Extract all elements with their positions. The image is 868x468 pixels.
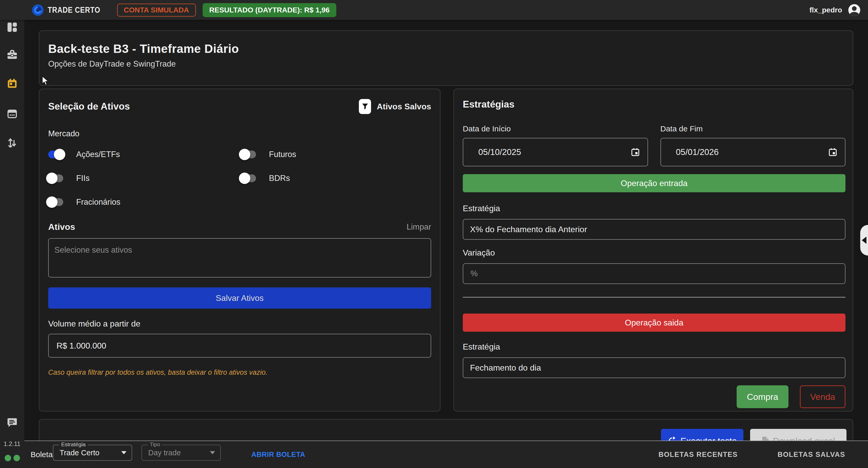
exit-strategy-select[interactable]: Fechamento do dia bbox=[463, 357, 845, 378]
assets-input[interactable] bbox=[48, 238, 431, 278]
page-title: Back-teste B3 - Timeframe Diário bbox=[48, 42, 844, 56]
calendar-icon[interactable] bbox=[828, 148, 837, 157]
market-label: Mercado bbox=[48, 129, 431, 138]
chevron-left-icon bbox=[862, 237, 866, 244]
brand-logo-icon bbox=[32, 4, 44, 16]
chat-feedback-icon[interactable] bbox=[7, 417, 18, 428]
toggle-futuros[interactable]: Futuros bbox=[241, 149, 431, 160]
run-test-button[interactable]: Executar teste bbox=[661, 429, 743, 440]
toggle-label: FIIs bbox=[76, 174, 90, 183]
switch-control[interactable] bbox=[48, 175, 63, 182]
strategies-card: Estratégias Data de Início 05/10/2025 Da… bbox=[454, 89, 853, 411]
switch-control[interactable] bbox=[241, 175, 256, 182]
exit-strategy-value: Fechamento do dia bbox=[470, 363, 541, 373]
top-bar: TRADE CERTO CONTA SIMULADA RESULTADO (DA… bbox=[0, 0, 868, 20]
status-dot-green bbox=[13, 455, 20, 461]
agenda-calendar-icon[interactable] bbox=[7, 108, 18, 119]
assets-label: Ativos bbox=[48, 222, 75, 232]
sell-button[interactable]: Venda bbox=[800, 385, 845, 408]
toggle-fiis[interactable]: FIIs bbox=[48, 173, 241, 184]
dashboard-icon[interactable] bbox=[7, 22, 18, 32]
page-header-card: Back-teste B3 - Timeframe Diário Opções … bbox=[39, 30, 853, 86]
market-toggles: Ações/ETFs Futuros FIIs BDRs Fracionário… bbox=[48, 149, 431, 208]
start-date-group: Data de Início 05/10/2025 bbox=[463, 124, 648, 166]
volume-input[interactable] bbox=[48, 334, 431, 357]
entry-operation-button[interactable]: Operação entrada bbox=[463, 174, 845, 192]
boleta-type-value: Day trade bbox=[148, 448, 181, 457]
strategies-title: Estratégias bbox=[463, 99, 845, 110]
entry-strategy-value: X% do Fechamento dia Anterior bbox=[470, 225, 587, 234]
toggle-label: BDRs bbox=[269, 174, 290, 183]
variation-input[interactable] bbox=[463, 263, 845, 284]
clear-assets-link[interactable]: Limpar bbox=[406, 222, 431, 232]
main-content: Back-teste B3 - Timeframe Diário Opções … bbox=[24, 20, 868, 440]
refresh-icon bbox=[668, 436, 677, 440]
calendar-icon[interactable] bbox=[631, 148, 640, 157]
chevron-down-icon bbox=[121, 451, 126, 454]
transfers-swap-icon[interactable] bbox=[7, 137, 18, 148]
end-date-label: Data de Fim bbox=[660, 124, 846, 133]
end-date-group: Data de Fim 05/01/2026 bbox=[660, 124, 846, 166]
brand-name: TRADE CERTO bbox=[48, 5, 100, 15]
saved-boletas-button[interactable]: BOLETAS SALVAS bbox=[778, 450, 845, 459]
download-excel-label: Download excel bbox=[773, 436, 835, 441]
boleta-bar: Boleta Estratégia Trade Certo Tipo Day t… bbox=[24, 440, 868, 468]
toggle-label: Fracionários bbox=[76, 197, 121, 207]
boleta-type-legend: Tipo bbox=[148, 441, 162, 447]
switch-control[interactable] bbox=[48, 151, 63, 158]
filter-funnel-icon bbox=[362, 103, 368, 110]
switch-control[interactable] bbox=[48, 198, 63, 206]
boleta-label: Boleta bbox=[31, 441, 53, 468]
buy-button[interactable]: Compra bbox=[737, 385, 788, 408]
boleta-type-select[interactable]: Tipo Day trade bbox=[142, 445, 221, 461]
section-divider bbox=[463, 297, 845, 298]
run-test-label: Executar teste bbox=[680, 436, 737, 441]
exit-operation-button[interactable]: Operação saida bbox=[463, 314, 845, 332]
file-icon bbox=[762, 436, 769, 440]
variation-label: Variação bbox=[463, 248, 845, 257]
start-date-input[interactable]: 05/10/2025 bbox=[463, 138, 648, 166]
boleta-strategy-value: Trade Certo bbox=[60, 448, 99, 457]
filter-hint-text: Caso queira filtrar por todos os ativos,… bbox=[48, 369, 431, 377]
results-card: Executar teste Download excel bbox=[39, 419, 853, 440]
save-assets-button[interactable]: Salvar Ativos bbox=[48, 287, 431, 309]
start-date-label: Data de Início bbox=[463, 124, 648, 133]
asset-selection-card: Seleção de Ativos Ativos Salvos Mercado … bbox=[39, 89, 440, 411]
open-boleta-link[interactable]: ABRIR BOLETA bbox=[251, 441, 305, 468]
chevron-down-icon bbox=[210, 451, 215, 454]
simulated-account-badge: CONTA SIMULADA bbox=[117, 4, 196, 17]
end-date-value: 05/01/2026 bbox=[676, 147, 719, 157]
switch-control[interactable] bbox=[241, 151, 256, 158]
daytrade-result-badge: RESULTADO (DAYTRADE): R$ 1,96 bbox=[203, 3, 337, 17]
asset-selection-title: Seleção de Ativos bbox=[48, 101, 130, 112]
sidebar: 1.2.11 bbox=[0, 20, 24, 468]
toggle-label: Ações/ETFs bbox=[76, 150, 120, 159]
boleta-strategy-select[interactable]: Estratégia Trade Certo bbox=[53, 445, 132, 461]
recent-boletas-button[interactable]: BOLETAS RECENTES bbox=[658, 450, 738, 459]
entry-strategy-select[interactable]: X% do Fechamento dia Anterior bbox=[463, 219, 845, 240]
boleta-strategy-legend: Estratégia bbox=[59, 441, 88, 447]
toggle-bdrs[interactable]: BDRs bbox=[241, 173, 431, 184]
status-dots bbox=[5, 455, 20, 461]
username-label: flx_pedro bbox=[809, 6, 842, 14]
download-excel-button: Download excel bbox=[750, 429, 846, 440]
app-version: 1.2.11 bbox=[4, 440, 21, 447]
toggle-label: Futuros bbox=[269, 150, 296, 159]
page-subtitle: Opções de DayTrade e SwingTrade bbox=[48, 59, 844, 69]
volume-label: Volume médio a partir de bbox=[48, 319, 431, 329]
backtest-calendar-icon-active[interactable] bbox=[7, 78, 18, 89]
toggle-acoes-etfs[interactable]: Ações/ETFs bbox=[48, 149, 241, 160]
saved-assets-label: Ativos Salvos bbox=[377, 102, 431, 112]
end-date-input[interactable]: 05/01/2026 bbox=[660, 138, 846, 166]
side-drawer-handle[interactable] bbox=[860, 225, 868, 255]
start-date-value: 05/10/2025 bbox=[478, 147, 521, 157]
user-avatar-icon[interactable] bbox=[848, 4, 860, 16]
portfolio-briefcase-icon[interactable] bbox=[7, 50, 18, 60]
saved-assets-filter-button[interactable] bbox=[359, 99, 371, 114]
exit-strategy-label: Estratégia bbox=[463, 342, 845, 352]
status-dot-green bbox=[5, 455, 11, 461]
toggle-fracionarios[interactable]: Fracionários bbox=[48, 196, 241, 208]
entry-strategy-label: Estratégia bbox=[463, 204, 845, 213]
